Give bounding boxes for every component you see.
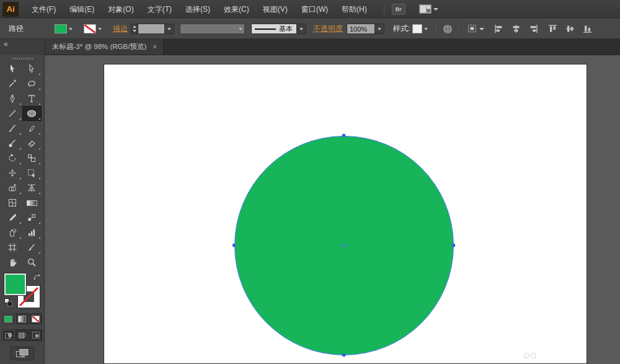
fill-stroke-indicator xyxy=(2,272,43,309)
menu-edit[interactable]: 编辑(E) xyxy=(63,0,101,19)
pen-tool[interactable] xyxy=(3,91,22,106)
document-tab[interactable]: 未标题-3* @ 98% (RGB/预览) × xyxy=(45,39,164,55)
document-setup-button[interactable] xyxy=(443,24,453,34)
draw-normal-button[interactable] xyxy=(2,329,15,341)
blob-brush-tool-icon xyxy=(7,138,17,148)
pencil-tool-icon xyxy=(27,123,37,133)
free-transform-tool[interactable] xyxy=(22,166,42,180)
stroke-color-dropdown[interactable] xyxy=(84,24,102,33)
line-segment-tool[interactable] xyxy=(3,106,22,121)
stroke-none-swatch[interactable] xyxy=(84,24,96,33)
screen-mode-icon xyxy=(16,348,29,358)
width-profile-dropdown[interactable] xyxy=(180,24,245,34)
hand-tool[interactable] xyxy=(3,255,22,270)
stepper-up-icon[interactable] xyxy=(133,25,136,28)
eyedropper-tool-icon xyxy=(7,213,17,223)
align-to-dropdown[interactable] xyxy=(467,24,484,33)
center-point[interactable] xyxy=(343,244,345,247)
perspective-grid-tool[interactable] xyxy=(22,180,42,195)
gradient-tool[interactable] xyxy=(22,195,42,210)
anchor-point-right[interactable] xyxy=(452,244,455,247)
ellipse-tool[interactable] xyxy=(22,106,42,121)
menu-view[interactable]: 视图(V) xyxy=(256,0,294,19)
style-dropdown[interactable] xyxy=(412,24,428,33)
symbol-sprayer-tool-icon xyxy=(7,228,17,237)
color-button[interactable] xyxy=(2,313,15,324)
paintbrush-tool[interactable] xyxy=(3,121,22,136)
align-center-horizontal-button[interactable] xyxy=(512,24,521,33)
lasso-tool[interactable] xyxy=(22,76,42,91)
menu-effect[interactable]: 效果(C) xyxy=(217,0,256,19)
brush-definition-dropdown[interactable]: 基本 xyxy=(251,24,297,34)
stroke-panel-link[interactable]: 描边 xyxy=(113,24,128,34)
draw-behind-icon xyxy=(18,331,27,339)
opacity-dropdown[interactable] xyxy=(375,24,384,34)
align-center-vertical-button[interactable] xyxy=(565,24,575,33)
menu-select[interactable]: 选择(S) xyxy=(179,0,217,19)
gradient-tool-icon xyxy=(27,200,37,206)
blob-brush-tool[interactable] xyxy=(3,136,22,151)
anchor-point-top[interactable] xyxy=(342,134,345,137)
align-right-button[interactable] xyxy=(529,24,538,33)
align-top-button[interactable] xyxy=(548,24,557,33)
style-swatch[interactable] xyxy=(412,24,422,33)
fill-swatch[interactable] xyxy=(4,273,26,295)
stepper-down-icon[interactable] xyxy=(133,30,136,32)
default-fill-stroke-icon[interactable] xyxy=(4,298,13,307)
go-to-bridge-button[interactable]: Br xyxy=(392,4,405,15)
panel-grip-handle[interactable] xyxy=(12,58,33,60)
change-screen-mode-button[interactable] xyxy=(11,347,34,360)
blend-tool-icon xyxy=(27,213,37,223)
selection-tool[interactable] xyxy=(3,61,22,76)
pencil-tool[interactable] xyxy=(22,121,42,136)
fill-color-dropdown[interactable] xyxy=(55,24,73,33)
align-bottom-button[interactable] xyxy=(583,24,592,33)
document-tab-bar: 未标题-3* @ 98% (RGB/预览) × xyxy=(45,39,620,55)
mesh-tool[interactable] xyxy=(3,195,22,210)
swap-fill-stroke-icon[interactable] xyxy=(33,273,42,281)
opacity-input[interactable]: 100% xyxy=(347,24,375,34)
stroke-weight-stepper[interactable] xyxy=(131,24,138,34)
artboard-tool[interactable] xyxy=(3,240,22,255)
tab-close-icon[interactable]: × xyxy=(153,43,157,51)
eyedropper-tool[interactable] xyxy=(3,210,22,225)
gradient-button[interactable] xyxy=(16,313,29,324)
tools-panel-collapse-button[interactable]: « xyxy=(0,39,45,55)
direct-selection-tool[interactable] xyxy=(22,61,42,76)
menu-type[interactable]: 文字(T) xyxy=(141,0,179,19)
none-chip xyxy=(32,316,40,322)
stroke-weight-input[interactable] xyxy=(138,24,165,34)
symbol-sprayer-tool[interactable] xyxy=(3,225,22,240)
menu-window[interactable]: 窗口(W) xyxy=(294,0,335,19)
blend-tool[interactable] xyxy=(22,210,42,225)
canvas-area[interactable]: OO xyxy=(45,55,620,364)
arrange-documents-button[interactable] xyxy=(419,4,438,14)
align-left-button[interactable] xyxy=(494,24,503,33)
type-tool[interactable] xyxy=(22,91,42,106)
brush-definition-caret[interactable] xyxy=(297,24,306,34)
width-tool[interactable] xyxy=(3,166,22,180)
stroke-weight-dropdown[interactable] xyxy=(165,24,174,34)
rotate-tool[interactable] xyxy=(3,151,22,166)
fill-color-swatch[interactable] xyxy=(55,24,67,33)
anchor-point-left[interactable] xyxy=(232,244,236,247)
scale-tool[interactable] xyxy=(22,151,42,166)
none-button[interactable] xyxy=(30,313,42,324)
zoom-tool[interactable] xyxy=(22,255,42,270)
slice-tool[interactable] xyxy=(22,240,42,255)
watermark-text: OO xyxy=(523,351,537,360)
menu-object[interactable]: 对象(O) xyxy=(101,0,140,19)
mesh-tool-icon xyxy=(7,198,17,208)
menu-help[interactable]: 帮助(H) xyxy=(335,0,374,19)
opacity-panel-link[interactable]: 不透明度 xyxy=(313,24,343,34)
magic-wand-tool[interactable] xyxy=(3,76,22,91)
column-graph-tool[interactable] xyxy=(22,225,42,240)
anchor-point-bottom[interactable] xyxy=(342,353,345,357)
eraser-tool[interactable] xyxy=(22,136,42,151)
shape-builder-tool[interactable] xyxy=(3,180,22,195)
gradient-chip xyxy=(18,316,26,322)
perspective-grid-tool-icon xyxy=(27,183,37,193)
draw-behind-button[interactable] xyxy=(16,329,29,341)
menu-file[interactable]: 文件(F) xyxy=(25,0,63,19)
draw-inside-button[interactable] xyxy=(29,329,42,341)
